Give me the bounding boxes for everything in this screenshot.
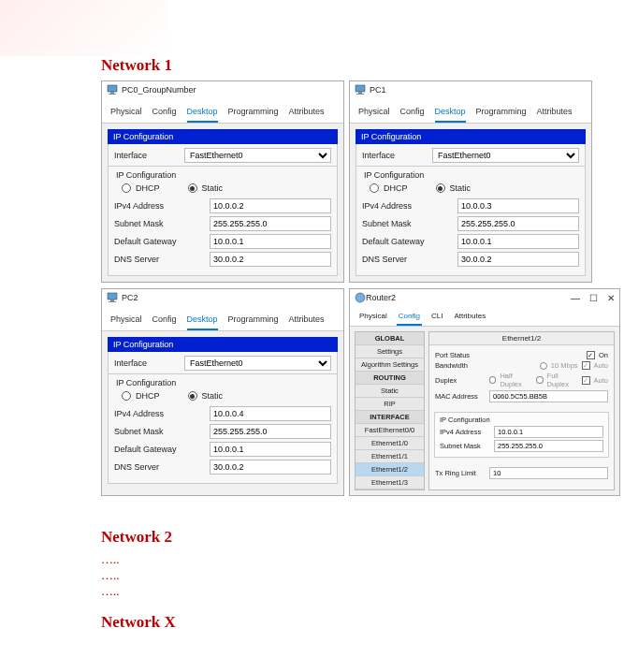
dhcp-radio[interactable]: DHCP [122,391,160,401]
side-settings[interactable]: Settings [356,345,424,358]
pc-icon [107,84,118,95]
mask-input[interactable] [210,216,331,231]
static-radio[interactable]: Static [188,183,224,193]
ipv4-input[interactable] [457,198,579,213]
router-sidebar: GLOBAL Settings Algorithm Settings ROUTI… [355,331,425,490]
mac-input[interactable] [489,390,608,402]
side-e12[interactable]: Ethernet1/2 [356,463,424,476]
side-e11[interactable]: Ethernet1/1 [356,450,424,463]
dhcp-radio[interactable]: DHCP [122,183,160,193]
dns-input[interactable] [457,252,579,267]
static-radio[interactable]: Static [436,183,472,193]
rtab-config[interactable]: Config [397,309,422,326]
ipcfg-header: IP Configuration [356,129,586,144]
close-icon[interactable]: ✕ [607,293,615,303]
svg-rect-7 [110,299,114,301]
ipconfig-box: IP Configuration DHCP Static IPv4 Addres… [108,167,338,276]
full-radio[interactable] [536,376,543,384]
ipcfg-label: IP Configuration [114,378,331,387]
tab-physical[interactable]: Physical [358,103,390,123]
rtab-cli[interactable]: CLI [429,309,444,326]
tab-config[interactable]: Config [152,103,177,123]
ipcfg-label: IP Configuration [114,170,331,180]
rtab-attributes[interactable]: Attributes [452,309,487,326]
side-algo[interactable]: Algorithm Settings [356,358,424,372]
ipcfg-label: IP Configuration [362,170,579,180]
svg-rect-4 [358,92,362,94]
ipv4-input[interactable] [210,198,331,213]
tab-physical[interactable]: Physical [110,103,142,123]
side-routing[interactable]: ROUTING [356,372,424,385]
tab-desktop[interactable]: Desktop [435,103,466,123]
side-e13[interactable]: Ethernet1/3 [356,476,424,489]
router2-titlebar: Router2 — ☐ ✕ [350,289,619,306]
rmain-title: Ethernet1/2 [429,332,614,345]
gw-label: Default Gateway [114,237,210,246]
tab-programming[interactable]: Programming [228,103,279,123]
tab-config[interactable]: Config [152,311,177,330]
interface-label: Interface [362,151,432,160]
dots: ….. [101,552,624,568]
side-interface[interactable]: INTERFACE [356,411,424,424]
ripv4-label: IPv4 Address [440,428,494,436]
tab-desktop[interactable]: Desktop [187,103,218,123]
tab-attributes[interactable]: Attributes [289,311,325,330]
rtab-physical[interactable]: Physical [357,309,389,326]
bw-auto-checkbox[interactable] [582,361,590,370]
dhcp-radio[interactable]: DHCP [370,183,408,193]
tab-programming[interactable]: Programming [476,103,527,123]
interface-label: Interface [114,151,184,160]
tab-physical[interactable]: Physical [110,311,142,330]
tab-attributes[interactable]: Attributes [289,103,325,123]
gw-input[interactable] [210,234,331,249]
svg-rect-3 [356,85,365,92]
mask-input[interactable] [457,216,579,231]
svg-rect-5 [356,94,364,95]
maximize-icon[interactable]: ☐ [589,293,598,303]
mask-input[interactable] [210,424,331,439]
svg-point-9 [356,293,365,302]
dns-input[interactable] [210,460,331,475]
side-fe00[interactable]: FastEthernet0/0 [356,424,424,437]
interface-select[interactable]: FastEthernet0 [432,148,579,163]
gw-input[interactable] [210,442,331,457]
portstatus-checkbox[interactable] [587,351,595,359]
tab-config[interactable]: Config [400,103,425,123]
side-rip[interactable]: RIP [356,398,424,411]
tab-attributes[interactable]: Attributes [537,103,573,123]
gw-input[interactable] [457,234,579,249]
rmask-label: Subnet Mask [440,442,494,450]
minimize-icon[interactable]: — [571,293,580,303]
svg-rect-8 [109,301,116,302]
tab-programming[interactable]: Programming [228,311,279,330]
static-radio[interactable]: Static [188,391,224,401]
side-e10[interactable]: Ethernet1/0 [356,437,424,450]
tab-desktop[interactable]: Desktop [187,311,218,330]
dup-auto-checkbox[interactable] [582,376,589,385]
bw-radio[interactable] [540,362,547,370]
ipv4-input[interactable] [210,406,331,421]
router-main-panel: Ethernet1/2 Port StatusOn Bandwidth10 Mb… [428,331,615,490]
pc2-titlebar: PC2 [102,289,343,306]
side-static[interactable]: Static [356,385,424,398]
interface-select[interactable]: FastEthernet0 [184,148,331,163]
pc-icon [355,84,366,95]
interface-select[interactable]: FastEthernet0 [184,356,331,371]
router2-title-text: Router2 [366,293,396,302]
pc2-title-text: PC2 [122,293,138,302]
rmask-input[interactable] [494,440,603,452]
dns-input[interactable] [210,252,331,267]
interface-label: Interface [114,358,184,368]
side-global[interactable]: GLOBAL [356,332,424,345]
ripv4-input[interactable] [494,426,603,438]
bandwidth-label: Bandwidth [435,361,489,370]
interface-row: Interface FastEthernet0 [108,144,338,167]
mac-label: MAC Address [435,392,489,401]
pc2-window: PC2 Physical Config Desktop Programming … [101,288,344,496]
txring-input[interactable] [489,467,608,479]
section-title-networkX: Network X [101,613,624,632]
half-radio[interactable] [489,376,496,384]
pc1-title-text: PC1 [370,85,386,95]
section-title-network1: Network 1 [101,56,624,75]
svg-rect-2 [109,94,116,95]
